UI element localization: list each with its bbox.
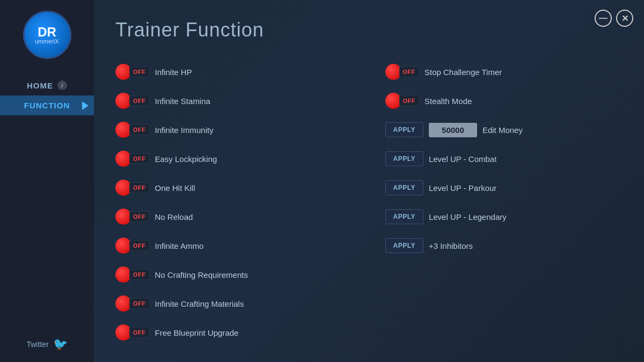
function-label-free-blueprint: Free Blueprint Upgrade <box>155 328 239 337</box>
function-item-infinite-ammo: OFF Infinite Ammo <box>115 231 353 260</box>
right-functions-column: OFF Stop Challenge Timer OFF Stealth Mod… <box>385 57 623 347</box>
function-label-stealth-mode: Stealth Mode <box>425 97 472 106</box>
function-item-one-hit-kill: OFF One Hit Kill <box>115 173 353 202</box>
toggle-free-blueprint[interactable]: OFF <box>115 324 150 341</box>
main-content: Trainer Function — ✕ OFF Infinite HP OFF… <box>94 0 644 362</box>
toggle-state: OFF <box>129 124 150 135</box>
apply-button-levelup-combat[interactable]: APPLY <box>385 151 423 166</box>
page-title: Trainer Function <box>115 19 623 41</box>
toggle-state: OFF <box>129 95 150 106</box>
toggle-state: OFF <box>129 153 150 164</box>
home-label: HOME <box>27 81 53 90</box>
minimize-button[interactable]: — <box>595 10 612 27</box>
toggle-stealth-mode[interactable]: OFF <box>385 93 420 109</box>
twitter-label: Twitter <box>26 340 48 349</box>
function-item-infinite-hp: OFF Infinite HP <box>115 57 353 86</box>
function-label: FUNCTION <box>24 101 70 110</box>
function-label-stop-challenge-timer: Stop Challenge Timer <box>425 68 502 77</box>
function-item-stealth-mode: OFF Stealth Mode <box>385 86 623 115</box>
window-controls: — ✕ <box>595 10 633 27</box>
toggle-state: OFF <box>129 298 150 309</box>
logo-line2: ummerIX <box>35 39 59 45</box>
function-label-no-reload: No Reload <box>155 212 193 221</box>
function-item-no-crafting-req: OFF No Crafting Requirements <box>115 260 353 289</box>
toggle-stop-challenge-timer[interactable]: OFF <box>385 64 420 80</box>
function-item-edit-money: APPLY Edit Money <box>385 115 623 144</box>
function-label-inhibitors: +3 Inhibitors <box>429 241 473 250</box>
function-label-infinite-ammo: Infinite Ammo <box>155 241 204 250</box>
info-icon[interactable]: i <box>57 80 67 90</box>
function-item-easy-lockpicking: OFF Easy Lockpicking <box>115 144 353 173</box>
functions-grid: OFF Infinite HP OFF Infinite Stamina OFF… <box>115 57 623 347</box>
function-item-free-blueprint: OFF Free Blueprint Upgrade <box>115 318 353 347</box>
function-item-stop-challenge-timer: OFF Stop Challenge Timer <box>385 57 623 86</box>
toggle-infinite-crafting[interactable]: OFF <box>115 295 150 312</box>
twitter-section[interactable]: Twitter 🐦 <box>26 337 67 351</box>
app-logo: DR ummerIX <box>23 11 71 59</box>
apply-button-edit-money[interactable]: APPLY <box>385 122 423 137</box>
toggle-infinite-ammo[interactable]: OFF <box>115 238 150 254</box>
function-item-levelup-parkour: APPLY Level UP - Parkour <box>385 173 623 202</box>
toggle-infinite-hp[interactable]: OFF <box>115 64 150 80</box>
money-input[interactable] <box>429 123 477 137</box>
toggle-state: OFF <box>129 269 150 280</box>
function-label-one-hit-kill: One Hit Kill <box>155 183 195 193</box>
function-item-infinite-immunity: OFF Infinite Immunity <box>115 115 353 144</box>
function-item-no-reload: OFF No Reload <box>115 202 353 231</box>
toggle-state: OFF <box>129 182 150 193</box>
function-label-infinite-crafting: Infinite Crafting Materials <box>155 299 244 308</box>
function-label-no-crafting-req: No Crafting Requirements <box>155 270 248 279</box>
toggle-easy-lockpicking[interactable]: OFF <box>115 151 150 167</box>
toggle-state: OFF <box>129 211 150 222</box>
function-item-levelup-legendary: APPLY Level UP - Legendary <box>385 202 623 231</box>
toggle-state: OFF <box>129 67 150 77</box>
function-label-infinite-immunity: Infinite Immunity <box>155 125 214 135</box>
sidebar-item-home[interactable]: HOME i <box>0 75 94 95</box>
toggle-state: OFF <box>129 240 150 251</box>
apply-button-inhibitors[interactable]: APPLY <box>385 238 423 253</box>
close-button[interactable]: ✕ <box>616 10 633 27</box>
function-label-levelup-parkour: Level UP - Parkour <box>429 183 496 193</box>
function-label-levelup-combat: Level UP - Combat <box>429 154 496 164</box>
function-item-inhibitors: APPLY +3 Inhibitors <box>385 231 623 260</box>
apply-button-levelup-parkour[interactable]: APPLY <box>385 180 423 195</box>
toggle-infinite-immunity[interactable]: OFF <box>115 122 150 138</box>
toggle-one-hit-kill[interactable]: OFF <box>115 180 150 196</box>
function-item-infinite-crafting: OFF Infinite Crafting Materials <box>115 289 353 318</box>
toggle-infinite-stamina[interactable]: OFF <box>115 93 150 109</box>
logo-line1: DR <box>38 26 56 39</box>
function-label-levelup-legendary: Level UP - Legendary <box>429 212 507 221</box>
function-label-edit-money: Edit Money <box>482 125 523 135</box>
function-item-infinite-stamina: OFF Infinite Stamina <box>115 86 353 115</box>
toggle-no-reload[interactable]: OFF <box>115 209 150 225</box>
function-label-easy-lockpicking: Easy Lockpicking <box>155 154 217 164</box>
left-functions-column: OFF Infinite HP OFF Infinite Stamina OFF… <box>115 57 353 347</box>
arrow-right-icon <box>82 101 89 110</box>
function-label-infinite-hp: Infinite HP <box>155 68 192 77</box>
toggle-state: OFF <box>399 67 420 77</box>
twitter-icon: 🐦 <box>53 337 68 351</box>
toggle-no-crafting-req[interactable]: OFF <box>115 267 150 283</box>
toggle-state: OFF <box>399 95 420 106</box>
apply-button-levelup-legendary[interactable]: APPLY <box>385 209 423 224</box>
function-item-levelup-combat: APPLY Level UP - Combat <box>385 144 623 173</box>
function-label-infinite-stamina: Infinite Stamina <box>155 97 210 106</box>
toggle-state: OFF <box>129 327 150 338</box>
sidebar-item-function[interactable]: FUNCTION <box>0 95 94 115</box>
sidebar: DR ummerIX HOME i FUNCTION Twitter 🐦 <box>0 0 94 362</box>
